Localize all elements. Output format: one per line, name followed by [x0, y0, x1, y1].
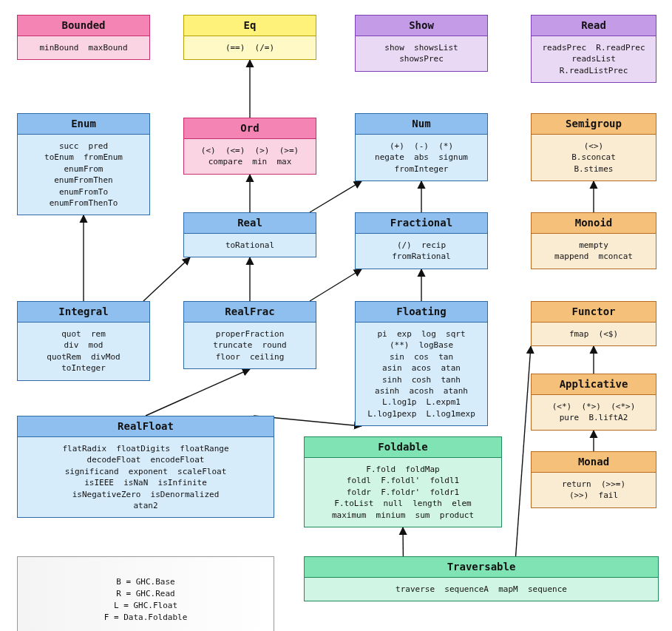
node-title: Monad [532, 452, 656, 473]
node-body: (/) recip fromRational [356, 234, 487, 269]
node-bounded: BoundedminBound maxBound [17, 15, 150, 60]
node-body: (<*) (*>) (<*>) pure B.liftA2 [532, 395, 656, 430]
node-enum: Enumsucc pred toEnum fromEnum enumFrom e… [17, 113, 150, 215]
node-title: Foldable [305, 437, 501, 458]
node-foldable: FoldableF.fold foldMap foldl F.foldl' fo… [304, 436, 502, 527]
node-show: Showshow showsList showsPrec [355, 15, 488, 72]
node-title: Show [356, 16, 487, 36]
node-body: succ pred toEnum fromEnum enumFrom enumF… [18, 135, 149, 215]
arrow [516, 346, 531, 556]
node-title: Read [532, 16, 656, 36]
node-body: show showsList showsPrec [356, 36, 487, 71]
node-ord: Ord(<) (<=) (>) (>=) compare min max [183, 118, 316, 175]
node-monad: Monadreturn (>>=) (>>) fail [531, 451, 656, 508]
node-title: RealFloat [18, 416, 274, 437]
node-floating: Floatingpi exp log sqrt (**) logBase sin… [355, 301, 488, 426]
legend-line: L = GHC.Float [114, 601, 177, 610]
node-body: fmap (<$) [532, 323, 656, 345]
node-title: Traversable [305, 557, 658, 578]
node-read: ReadreadsPrec R.readPrec readsList R.rea… [531, 15, 656, 83]
node-monoid: Monoidmempty mappend mconcat [531, 212, 656, 269]
node-title: Ord [184, 118, 316, 139]
node-eq: Eq(==) (/=) [183, 15, 316, 60]
legend-box: B = GHC.Base R = GHC.Read L = GHC.Float … [17, 556, 274, 631]
node-title: Monoid [532, 213, 656, 234]
node-body: (+) (-) (*) negate abs signum fromIntege… [356, 135, 487, 180]
legend-line: B = GHC.Base [116, 577, 174, 587]
node-body: pi exp log sqrt (**) logBase sin cos tan… [356, 323, 487, 425]
legend-line: F = Data.Foldable [104, 613, 188, 622]
node-body: mempty mappend mconcat [532, 234, 656, 269]
node-title: Fractional [356, 213, 487, 234]
node-fractional: Fractional(/) recip fromRational [355, 212, 488, 269]
node-integral: Integralquot rem div mod quotRem divMod … [17, 301, 150, 381]
arrow [143, 257, 190, 301]
node-title: Eq [184, 16, 316, 36]
node-body: properFraction truncate round floor ceil… [184, 323, 316, 368]
node-title: Semigroup [532, 114, 656, 135]
node-applicative: Applicative(<*) (*>) (<*>) pure B.liftA2 [531, 374, 656, 431]
node-title: RealFrac [184, 302, 316, 323]
node-title: Floating [356, 302, 487, 323]
arrow [146, 369, 250, 416]
node-body: traverse sequenceA mapM sequence [305, 578, 658, 601]
diagram-stage: BoundedminBound maxBound Eq(==) (/=) Sho… [0, 0, 672, 631]
node-title: Enum [18, 114, 149, 135]
node-body: (<) (<=) (>) (>=) compare min max [184, 139, 316, 174]
node-semigroup: Semigroup(<>) B.sconcat B.stimes [531, 113, 656, 181]
node-body: return (>>=) (>>) fail [532, 473, 656, 507]
node-body: F.fold foldMap foldl F.foldl' foldl1 fol… [305, 458, 501, 527]
node-body: readsPrec R.readPrec readsList R.readLis… [532, 36, 656, 82]
node-title: Applicative [532, 374, 656, 395]
node-title: Functor [532, 302, 656, 323]
node-title: Real [184, 213, 316, 234]
node-body: quot rem div mod quotRem divMod toIntege… [18, 323, 149, 380]
arrow [310, 269, 362, 301]
legend-line: R = GHC.Read [116, 589, 174, 598]
node-real: RealtoRational [183, 212, 316, 257]
node-body: (<>) B.sconcat B.stimes [532, 135, 656, 180]
node-body: minBound maxBound [18, 36, 149, 59]
node-traversable: Traversabletraverse sequenceA mapM seque… [304, 556, 659, 601]
node-body: toRational [184, 234, 316, 257]
node-title: Bounded [18, 16, 149, 36]
node-functor: Functorfmap (<$) [531, 301, 656, 346]
node-title: Num [356, 114, 487, 135]
node-realfloat: RealFloatflatRadix floatDigits floatRang… [17, 416, 274, 518]
node-realfrac: RealFracproperFraction truncate round fl… [183, 301, 316, 369]
node-num: Num(+) (-) (*) negate abs signum fromInt… [355, 113, 488, 181]
node-body: flatRadix floatDigits floatRange decodeF… [18, 437, 274, 517]
arrow [310, 181, 362, 212]
node-body: (==) (/=) [184, 36, 316, 59]
node-title: Integral [18, 302, 149, 323]
